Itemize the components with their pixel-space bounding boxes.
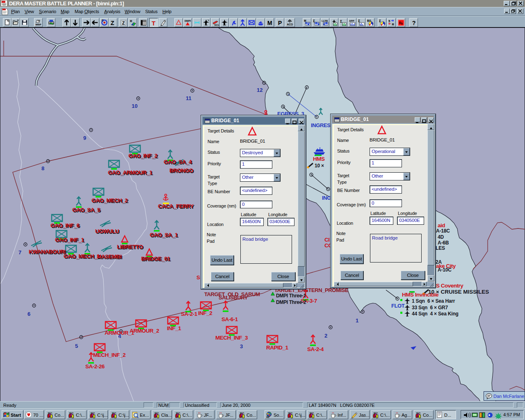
svg-text:UGWULU: UGWULU [95,228,119,234]
svg-text:Z: Z [122,21,125,25]
svg-text:GAO_INF_6: GAO_INF_6 [50,222,80,228]
svg-text:MASEMBI: MASEMBI [97,253,121,260]
svg-text:A-10C: A-10C [438,267,452,273]
svg-text:S: S [196,274,200,281]
svg-text:?: ? [412,20,416,26]
svg-text:Σ: Σ [358,19,360,23]
svg-text:SA-2-1: SA-2-1 [181,311,198,317]
svg-text:ACO: ACO [287,23,293,26]
svg-text:R: R [392,23,394,26]
svg-text:Cl: Cl [324,237,330,243]
svg-text:GAO_INF_1: GAO_INF_1 [55,237,84,243]
svg-text:SALISBURY: SALISBURY [219,294,248,301]
svg-text:MECH_INF_2: MECH_INF_2 [93,352,126,358]
svg-text:3: 3 [240,343,243,349]
svg-text:INF_1: INF_1 [167,325,181,331]
svg-text:LLTR: LLTR [322,19,328,22]
svg-text:RAPID_1: RAPID_1 [266,345,289,351]
svg-text:SCL: SCL [215,23,219,26]
svg-text:MECH_INF_3: MECH_INF_3 [215,335,248,341]
svg-text:Z: Z [111,20,114,26]
svg-text:CACA_FERRY: CACA_FERRY [158,203,194,209]
svg-text:INF_2: INF_2 [198,310,212,316]
svg-text:2A: 2A [436,259,442,265]
svg-text:2: 2 [324,333,327,339]
svg-text:GAO_MECH_2: GAO_MECH_2 [91,197,128,203]
svg-text:1 Sqn 6 × Sea Harr: 1 Sqn 6 × Sea Harr [412,298,455,304]
svg-text:33 Sqn 6 × GR7: 33 Sqn 6 × GR7 [412,305,448,310]
svg-text:BRONGO: BRONGO [169,167,193,173]
svg-text:SA-2-26: SA-2-26 [85,363,105,370]
svg-text:SA-6-1: SA-6-1 [221,316,238,322]
svg-text:32: 32 [266,415,269,418]
svg-text:APP: APP [349,19,354,22]
svg-text:GAO_INF_2: GAO_INF_2 [128,153,158,159]
svg-text:BRIDGE_01: BRIDGE_01 [141,256,171,262]
svg-text:11: 11 [186,95,192,101]
svg-text:5: 5 [75,343,78,349]
svg-text:4D: 4D [438,234,444,240]
svg-text:Σ: Σ [379,19,381,23]
svg-text:DMPI: DMPI [185,19,191,22]
svg-text:DMPI Three-1: DMPI Three-1 [276,293,306,299]
svg-text:4: 4 [118,333,121,339]
svg-text:LES: LES [436,245,445,251]
svg-text:S Coventry: S Coventry [436,283,463,289]
svg-text:T: T [401,22,403,26]
svg-text:SA-2-4: SA-2-4 [307,346,324,352]
svg-text:FLOT: FLOT [391,303,405,309]
svg-text:10: 10 [132,103,137,109]
svg-text:R: R [130,19,132,23]
svg-text:5: 5 [388,19,390,23]
svg-text:6: 6 [27,311,30,317]
svg-text:12: 12 [257,87,262,93]
svg-text:T: T [152,20,156,27]
svg-text:DMPI Three-2: DMPI Three-2 [276,299,306,305]
svg-text:ARMOUR_2: ARMOUR_2 [130,328,159,334]
svg-text:A-6B: A-6B [438,240,449,246]
svg-text:10 ×: 10 × [315,163,324,169]
svg-text:LIBRETTO: LIBRETTO [117,244,143,250]
svg-text:KWANABOURI: KWANABOURI [29,249,66,255]
svg-text:C: C [102,19,104,22]
svg-text:44 Sqn 4 × Sea King: 44 Sqn 4 × Sea King [412,311,459,317]
svg-text:M: M [304,19,306,22]
svg-text:GAO_SA_4: GAO_SA_4 [164,159,192,165]
svg-text:10 × CRUISE MISSILES: 10 × CRUISE MISSILES [428,289,489,295]
svg-text:GAO_SA_5: GAO_SA_5 [72,207,100,213]
svg-text:P: P [278,20,282,26]
svg-text:8: 8 [41,165,44,171]
svg-text:Σ: Σ [340,19,342,23]
svg-text:GAO_SA_1: GAO_SA_1 [150,232,178,238]
svg-text:GAO_MECH_1: GAO_MECH_1 [64,253,100,259]
svg-text:9: 9 [83,135,86,141]
svg-text:1: 1 [356,317,358,324]
svg-text:M: M [267,20,272,26]
svg-text:MBP: MBP [36,23,41,26]
svg-text:A-18C: A-18C [436,228,450,234]
svg-text:aid: aid [438,222,445,228]
svg-text:7: 7 [18,249,21,256]
svg-text:HMS: HMS [313,156,325,162]
svg-text:GAO_ARMOUR_1: GAO_ARMOUR_1 [108,169,153,176]
